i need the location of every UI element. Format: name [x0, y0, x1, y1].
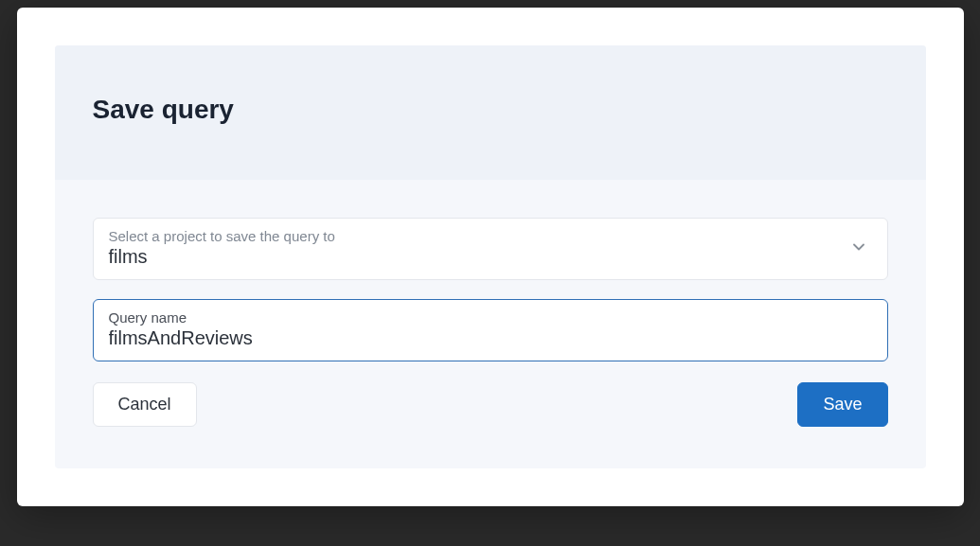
modal-header: Save query	[55, 45, 926, 180]
query-name-field[interactable]: Query name	[93, 299, 888, 361]
query-name-input[interactable]	[109, 327, 872, 349]
modal-body: Select a project to save the query to fi…	[55, 180, 926, 468]
save-button[interactable]: Save	[797, 382, 887, 427]
save-query-modal: Save query Select a project to save the …	[17, 8, 964, 506]
project-select-value: films	[109, 246, 872, 268]
query-name-label: Query name	[109, 309, 872, 326]
modal-inner-panel: Save query Select a project to save the …	[55, 45, 926, 468]
button-row: Cancel Save	[93, 382, 888, 427]
project-select[interactable]: Select a project to save the query to fi…	[93, 218, 888, 280]
chevron-down-icon	[849, 238, 868, 260]
dialog-title: Save query	[93, 95, 888, 125]
cancel-button[interactable]: Cancel	[93, 382, 197, 427]
project-select-label: Select a project to save the query to	[109, 228, 872, 244]
